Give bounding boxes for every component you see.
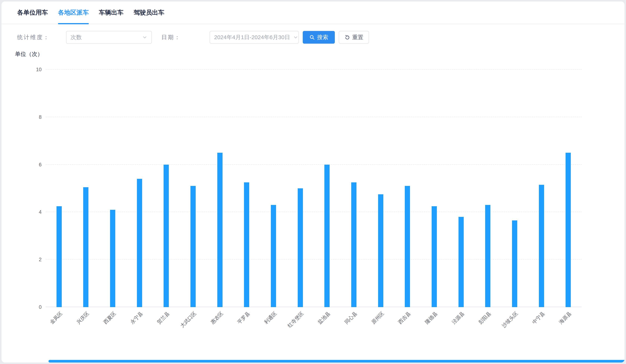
main-panel: 各单位用车 各地区派车 车辆出车 驾驶员出车 统计维度： 次数 日期： 2024…	[1, 1, 625, 363]
bar-惠农区[interactable]	[217, 153, 223, 307]
dimension-select[interactable]: 次数	[66, 31, 152, 44]
bar-slot: 红寺堡区	[287, 70, 314, 307]
bar-利通区[interactable]	[271, 205, 276, 307]
bar-slot: 西吉县	[394, 70, 421, 307]
bar-slot: 泾源县	[448, 70, 474, 307]
bar-原州区[interactable]	[378, 194, 383, 307]
magnifier-icon	[309, 35, 315, 40]
bar-slot: 彭阳县	[474, 70, 501, 307]
search-button[interactable]: 搜索	[303, 31, 335, 44]
bar-slot: 原州区	[367, 70, 394, 307]
horizontal-scrollbar-thumb[interactable]	[48, 360, 625, 363]
bar-盐池县[interactable]	[324, 165, 330, 307]
tab-label: 车辆出车	[99, 8, 123, 17]
reset-button-label: 重置	[352, 34, 363, 41]
refresh-icon	[344, 35, 350, 40]
dimension-label: 统计维度：	[17, 34, 50, 41]
y-tick-label: 4	[39, 209, 41, 215]
bar-slot: 海原县	[555, 70, 582, 307]
bar-slot: 隆德县	[421, 70, 448, 307]
bar-slot: 西夏区	[99, 70, 126, 307]
tab-region-dispatch[interactable]: 各地区派车	[58, 1, 89, 24]
bar-贺兰县[interactable]	[164, 165, 169, 307]
bar-同心县[interactable]	[351, 182, 356, 307]
bar-红寺堡区[interactable]	[298, 188, 303, 307]
bar-平罗县[interactable]	[244, 182, 249, 307]
bar-slot: 兴庆区	[73, 70, 99, 307]
bar-slot: 中宁县	[528, 70, 555, 307]
bar-slot: 盐池县	[314, 70, 341, 307]
bar-隆德县[interactable]	[432, 206, 437, 307]
bar-彭阳县[interactable]	[485, 205, 490, 307]
date-label: 日期：	[161, 34, 181, 41]
bar-永宁县[interactable]	[137, 179, 142, 307]
chevron-down-icon	[142, 35, 147, 40]
y-tick-label: 2	[39, 256, 41, 262]
bar-chart: 单位（次） 0246810 金凤区兴庆区西夏区永宁县贺兰县大武口区惠农区平罗县利…	[1, 50, 625, 363]
bar-泾源县[interactable]	[459, 217, 464, 307]
bar-slot: 平罗县	[233, 70, 260, 307]
bar-大武口区[interactable]	[191, 186, 196, 307]
bar-slot: 沙坡头区	[501, 70, 528, 307]
y-tick-label: 0	[39, 304, 41, 310]
tab-vehicle-dispatch[interactable]: 车辆出车	[99, 1, 123, 24]
bar-兴庆区[interactable]	[83, 187, 88, 307]
bar-slot: 利通区	[260, 70, 287, 307]
search-button-label: 搜索	[317, 34, 328, 41]
tab-label: 驾驶员出车	[134, 8, 164, 17]
bar-沙坡头区[interactable]	[512, 220, 517, 307]
bar-slot: 永宁县	[126, 70, 153, 307]
bars: 金凤区兴庆区西夏区永宁县贺兰县大武口区惠农区平罗县利通区红寺堡区盐池县同心县原州…	[46, 70, 582, 307]
dimension-select-value: 次数	[71, 34, 82, 41]
tab-unit-vehicle-use[interactable]: 各单位用车	[17, 1, 48, 24]
y-tick-label: 10	[36, 67, 41, 73]
bar-金凤区[interactable]	[57, 206, 62, 307]
y-tick-label: 8	[39, 114, 41, 120]
reset-button[interactable]: 重置	[339, 31, 369, 44]
y-tick-label: 6	[39, 162, 41, 168]
tab-label: 各地区派车	[58, 8, 89, 17]
bar-slot: 金凤区	[46, 70, 73, 307]
chevron-down-icon	[293, 35, 298, 40]
bar-西吉县[interactable]	[405, 186, 410, 307]
bar-中宁县[interactable]	[539, 185, 544, 307]
y-axis-title: 单位（次）	[15, 50, 43, 58]
filter-bar: 统计维度： 次数 日期： 2024年4月1日-2024年6月30日 搜索 重置	[1, 24, 625, 50]
bar-slot: 大武口区	[180, 70, 206, 307]
bar-slot: 贺兰县	[153, 70, 180, 307]
tab-label: 各单位用车	[17, 8, 48, 17]
date-range-input[interactable]: 2024年4月1日-2024年6月30日	[210, 31, 299, 44]
tab-bar: 各单位用车 各地区派车 车辆出车 驾驶员出车	[1, 1, 625, 24]
bar-slot: 惠农区	[206, 70, 233, 307]
bar-西夏区[interactable]	[110, 210, 115, 307]
bar-slot: 同心县	[340, 70, 367, 307]
plot-area: 0246810 金凤区兴庆区西夏区永宁县贺兰县大武口区惠农区平罗县利通区红寺堡区…	[46, 70, 582, 307]
bar-海原县[interactable]	[566, 153, 571, 307]
date-range-value: 2024年4月1日-2024年6月30日	[214, 34, 290, 41]
tab-driver-dispatch[interactable]: 驾驶员出车	[134, 1, 164, 24]
